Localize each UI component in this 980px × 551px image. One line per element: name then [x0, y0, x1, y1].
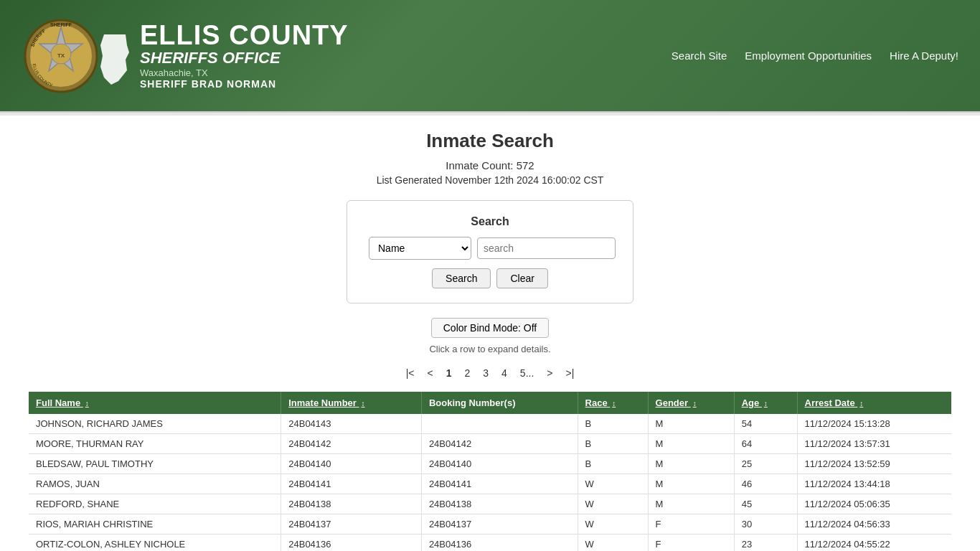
- table-cell: 24B04143: [281, 414, 422, 434]
- search-box: Search Name Inmate Number Booking Number…: [347, 200, 633, 303]
- table-cell: [421, 414, 578, 434]
- sort-race[interactable]: Race ↕: [585, 397, 616, 408]
- main-content: Inmate Search Inmate Count: 572 List Gen…: [0, 116, 980, 551]
- svg-text:TX: TX: [57, 52, 65, 59]
- table-cell: 11/12/2024 13:44:18: [797, 474, 951, 494]
- table-row[interactable]: MOORE, THURMAN RAY24B0414224B04142BM6411…: [29, 434, 951, 454]
- table-row[interactable]: RIOS, MARIAH CHRISTINE24B0413724B04137WF…: [29, 514, 951, 534]
- table-cell: M: [648, 494, 734, 514]
- nav-search-site[interactable]: Search Site: [672, 50, 727, 62]
- logo-text: Ellis County Sheriffs Office Waxahachie,…: [140, 22, 349, 90]
- table-row[interactable]: REDFORD, SHANE24B0413824B04138WM4511/12/…: [29, 494, 951, 514]
- table-cell: 46: [734, 474, 797, 494]
- pagination-page-1[interactable]: 1: [443, 366, 456, 380]
- table-cell: M: [648, 414, 734, 434]
- sheriffs-office-label: Sheriffs Office: [140, 49, 349, 67]
- table-cell: MOORE, THURMAN RAY: [29, 434, 281, 454]
- table-cell: W: [578, 514, 648, 534]
- table-cell: W: [578, 534, 648, 552]
- table-cell: 24B04140: [421, 454, 578, 474]
- table-cell: 24B04142: [281, 434, 422, 454]
- nav-hire-deputy[interactable]: Hire A Deputy!: [890, 50, 958, 62]
- table-cell: W: [578, 474, 648, 494]
- col-header-full-name[interactable]: Full Name ↕: [29, 392, 281, 414]
- table-header-row: Full Name ↕ Inmate Number ↕ Booking Numb…: [29, 392, 951, 414]
- table-body: JOHNSON, RICHARD JAMES24B04143BM5411/12/…: [29, 414, 951, 551]
- clear-button[interactable]: Clear: [496, 268, 547, 288]
- sort-arrest-date[interactable]: Arrest Date ↕: [805, 397, 864, 408]
- table-cell: 24B04137: [421, 514, 578, 534]
- click-hint: Click a row to expand details.: [29, 344, 951, 354]
- table-cell: 24B04142: [421, 434, 578, 454]
- table-cell: 11/12/2024 04:56:33: [797, 514, 951, 534]
- pagination: |< < 1 2 3 4 5... > >|: [29, 366, 951, 380]
- color-bind-mode-button[interactable]: Color Bind Mode: Off: [431, 318, 549, 338]
- search-row: Name Inmate Number Booking Number Race G…: [369, 237, 611, 260]
- pagination-next[interactable]: >: [543, 366, 556, 380]
- table-cell: 24B04136: [281, 534, 422, 552]
- sheriff-badge-icon: TX SHERIFF SHERIFF ELLIS COUNTY: [22, 17, 100, 95]
- header-nav: Search Site Employment Opportunities Hir…: [672, 50, 958, 62]
- pagination-last[interactable]: >|: [562, 366, 578, 380]
- search-button[interactable]: Search: [432, 268, 491, 288]
- table-cell: B: [578, 454, 648, 474]
- col-header-arrest-date[interactable]: Arrest Date ↕: [797, 392, 951, 414]
- table-cell: 54: [734, 414, 797, 434]
- table-cell: F: [648, 514, 734, 534]
- pagination-page-3[interactable]: 3: [479, 366, 492, 380]
- table-cell: F: [648, 534, 734, 552]
- table-cell: M: [648, 434, 734, 454]
- county-name: Ellis County: [140, 22, 349, 49]
- pagination-page-4[interactable]: 4: [498, 366, 511, 380]
- inmate-count: Inmate Count: 572: [29, 159, 951, 171]
- table-cell: 23: [734, 534, 797, 552]
- table-cell: 24B04137: [281, 514, 422, 534]
- pagination-first[interactable]: |<: [402, 366, 418, 380]
- texas-outline-icon: [97, 31, 133, 88]
- table-cell: 24B04136: [421, 534, 578, 552]
- pagination-prev[interactable]: <: [423, 366, 436, 380]
- table-cell: 24B04138: [281, 494, 422, 514]
- table-cell: 24B04138: [421, 494, 578, 514]
- col-header-inmate-number[interactable]: Inmate Number ↕: [281, 392, 422, 414]
- sort-age[interactable]: Age ↕: [742, 397, 768, 408]
- inmate-table: Full Name ↕ Inmate Number ↕ Booking Numb…: [29, 392, 951, 551]
- list-generated: List Generated November 12th 2024 16:00:…: [29, 174, 951, 186]
- col-header-race[interactable]: Race ↕: [578, 392, 648, 414]
- nav-employment[interactable]: Employment Opportunities: [745, 50, 872, 62]
- svg-text:SHERIFF: SHERIFF: [50, 22, 72, 27]
- svg-marker-8: [100, 34, 129, 85]
- sort-icon-gender: ↕: [693, 400, 697, 408]
- sort-gender[interactable]: Gender ↕: [656, 397, 697, 408]
- table-cell: M: [648, 474, 734, 494]
- table-row[interactable]: JOHNSON, RICHARD JAMES24B04143BM5411/12/…: [29, 414, 951, 434]
- sort-icon-arrest-date: ↕: [859, 400, 863, 408]
- search-category-select[interactable]: Name Inmate Number Booking Number Race G…: [369, 237, 471, 260]
- table-cell: 24B04141: [421, 474, 578, 494]
- table-cell: REDFORD, SHANE: [29, 494, 281, 514]
- col-header-gender[interactable]: Gender ↕: [648, 392, 734, 414]
- sheriff-name-label: Sheriff Brad Norman: [140, 78, 349, 90]
- pagination-page-5[interactable]: 5...: [517, 366, 537, 380]
- table-cell: 24B04140: [281, 454, 422, 474]
- table-cell: M: [648, 454, 734, 474]
- search-input[interactable]: [477, 237, 616, 259]
- sort-icon-name: ↕: [85, 400, 89, 408]
- sort-full-name[interactable]: Full Name ↕: [36, 397, 89, 408]
- sort-icon-race: ↕: [612, 400, 616, 408]
- table-row[interactable]: BLEDSAW, PAUL TIMOTHY24B0414024B04140BM2…: [29, 454, 951, 474]
- header-logo: TX SHERIFF SHERIFF ELLIS COUNTY Ellis Co…: [22, 17, 349, 95]
- table-cell: 30: [734, 514, 797, 534]
- table-row[interactable]: RAMOS, JUAN24B0414124B04141WM4611/12/202…: [29, 474, 951, 494]
- table-cell: RIOS, MARIAH CHRISTINE: [29, 514, 281, 534]
- table-cell: 11/12/2024 04:55:22: [797, 534, 951, 552]
- col-header-age[interactable]: Age ↕: [734, 392, 797, 414]
- table-cell: 64: [734, 434, 797, 454]
- table-row[interactable]: ORTIZ-COLON, ASHLEY NICHOLE24B0413624B04…: [29, 534, 951, 552]
- sort-icon-age: ↕: [764, 400, 768, 408]
- pagination-page-2[interactable]: 2: [461, 366, 473, 380]
- table-cell: JOHNSON, RICHARD JAMES: [29, 414, 281, 434]
- search-section-title: Search: [369, 215, 611, 228]
- sort-inmate-number[interactable]: Inmate Number ↕: [288, 397, 364, 408]
- table-cell: 25: [734, 454, 797, 474]
